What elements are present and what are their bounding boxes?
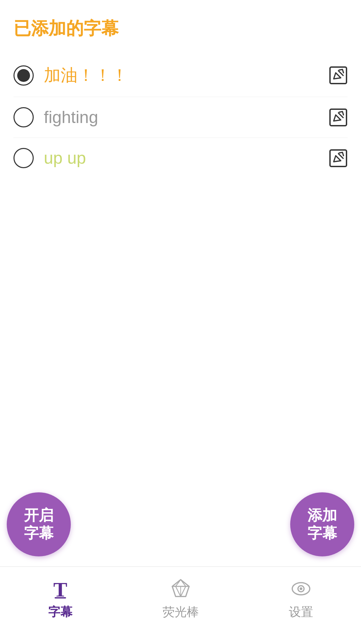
settings-tab-label: 设置	[289, 604, 313, 620]
svg-line-1	[338, 71, 343, 75]
subtitle-tab-label: 字幕	[48, 604, 72, 620]
radio-button-3[interactable]	[13, 148, 34, 168]
radio-button-1[interactable]	[13, 65, 34, 86]
subtitle-left-1: 加油！！！	[13, 64, 128, 87]
subtitle-left-2: fighting	[13, 107, 98, 127]
tab-bar: T 字幕 荧光棒	[0, 566, 361, 644]
subtitle-left-3: up up	[13, 148, 86, 168]
svg-text:T: T	[53, 578, 67, 601]
subtitle-text-1: 加油！！！	[44, 64, 128, 87]
edit-icon-3[interactable]	[329, 149, 348, 167]
section-title: 已添加的字幕	[13, 17, 348, 40]
radio-button-2[interactable]	[13, 107, 34, 127]
start-subtitle-label: 开启字幕	[24, 507, 54, 542]
svg-point-17	[300, 587, 302, 590]
add-subtitle-label: 添加字幕	[307, 507, 337, 542]
add-subtitle-button[interactable]: 添加字幕	[290, 492, 354, 556]
start-subtitle-button[interactable]: 开启字幕	[7, 492, 71, 556]
subtitle-item-1: 加油！！！	[13, 54, 348, 97]
svg-line-13	[181, 586, 186, 596]
subtitle-text-3: up up	[44, 148, 86, 168]
svg-line-5	[338, 154, 343, 158]
tab-settings[interactable]: 设置	[241, 577, 361, 620]
subtitle-text-2: fighting	[44, 108, 98, 127]
svg-line-3	[338, 113, 343, 118]
glow-tab-icon	[169, 577, 192, 601]
edit-icon-1[interactable]	[329, 66, 348, 85]
edit-icon-2[interactable]	[329, 108, 348, 127]
floating-buttons: 开启字幕 添加字幕	[0, 492, 361, 556]
settings-tab-icon	[289, 577, 313, 601]
subtitle-list: 加油！！！ fighting	[13, 54, 348, 178]
tab-glow[interactable]: 荧光棒	[120, 577, 241, 620]
subtitle-item-3: up up	[13, 138, 348, 178]
svg-line-12	[176, 586, 181, 596]
tab-subtitle[interactable]: T 字幕	[0, 577, 120, 620]
subtitle-tab-icon: T	[49, 577, 72, 601]
subtitle-item-2: fighting	[13, 97, 348, 138]
glow-tab-label: 荧光棒	[162, 604, 199, 620]
